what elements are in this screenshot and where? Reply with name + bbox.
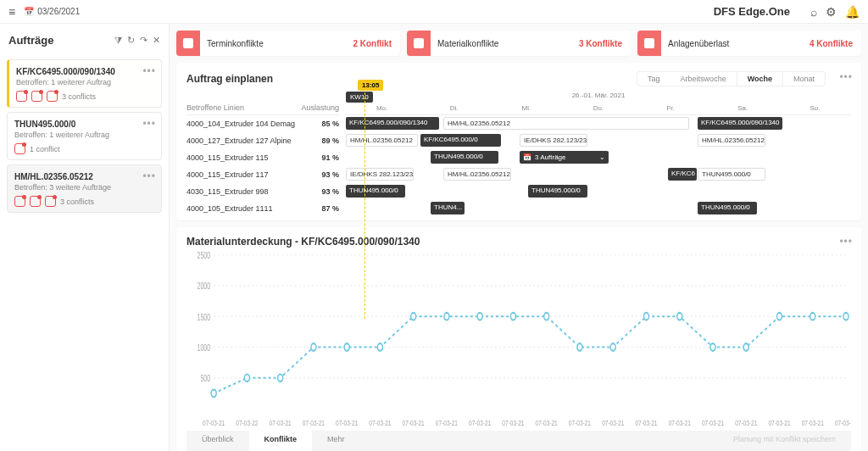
svg-text:2500: 2500 — [197, 251, 210, 261]
svg-text:07-03-21: 07-03-21 — [602, 419, 625, 427]
svg-text:07-03-21: 07-03-21 — [735, 419, 758, 427]
conflict-card[interactable]: Terminkonflikte 2 Konflikt — [176, 31, 400, 56]
conflict-card[interactable]: Materialkonflikte 3 Konflikte — [407, 31, 631, 56]
gantt-bar[interactable]: KF/KC6495.000/0 — [420, 134, 501, 147]
gantt-bar[interactable]: THUN495.000/0 — [698, 168, 765, 181]
refresh-icon[interactable]: ↻ — [127, 35, 135, 46]
search-icon[interactable]: ⌕ — [810, 5, 817, 19]
conflict-label: Materialkonflikte — [431, 39, 579, 48]
redo-icon[interactable]: ↷ — [140, 35, 147, 46]
view-tab[interactable]: Arbeitswoche — [670, 72, 737, 86]
card-more-icon[interactable]: ••• — [142, 118, 156, 130]
view-tab[interactable]: Monat — [783, 72, 825, 86]
gantt-bar[interactable]: HM/HL.02356.05212 — [698, 134, 765, 147]
svg-text:07-03-21: 07-03-21 — [768, 419, 791, 427]
order-card[interactable]: ••• HM/HL.02356.05212 Betroffen: 3 weite… — [7, 164, 162, 213]
line-row: 4000_127_Extruder 127 Alpine89 % — [186, 132, 339, 149]
svg-text:07-03-21: 07-03-21 — [569, 419, 592, 427]
svg-point-30 — [544, 313, 549, 320]
svg-text:500: 500 — [200, 374, 210, 384]
conflict-count: 4 Konflikte — [810, 39, 861, 48]
gantt-bar[interactable]: HM/HL.02356.05212 — [443, 168, 511, 181]
conflict-label: Anlagenüberlast — [661, 39, 810, 48]
gantt-bar[interactable]: HM/HL.02356.05212 — [443, 117, 689, 130]
gantt-bar[interactable]: IE/DHKS 282.123/23 — [520, 134, 587, 147]
gantt-bar[interactable]: KF/KC6 — [668, 168, 697, 181]
order-sub: Betroffen: 3 weitere Aufträge — [14, 183, 154, 192]
sidebar: Aufträge ⧩ ↻ ↷ ✕ ••• KF/KC6495.000/090/1… — [0, 24, 170, 451]
svg-text:07-03-21: 07-03-21 — [369, 419, 392, 427]
settings-icon[interactable]: ⚙ — [826, 5, 837, 19]
date-display[interactable]: 📅 03/26/2021 — [24, 7, 80, 16]
svg-text:2000: 2000 — [197, 281, 210, 292]
line-load: 93 % — [309, 170, 339, 179]
conflict-icon — [31, 91, 42, 102]
svg-point-20 — [377, 343, 382, 351]
conflict-type-icon — [176, 31, 200, 56]
gantt-bar[interactable]: THUN495.000/0 — [528, 185, 587, 198]
gantt-bar[interactable]: THUN495.000/0 — [346, 185, 405, 198]
gantt-bar[interactable]: THUN4... — [431, 202, 465, 214]
schedule-panel: ••• Auftrag einplanen TagArbeitswocheWoc… — [176, 63, 861, 220]
conflict-label: Terminkonflikte — [200, 39, 353, 48]
day-label: Do. — [562, 104, 634, 112]
gantt-row: THUN495.000/0📅3 Aufträge⌄ — [346, 149, 851, 166]
order-id: KF/KC6495.000/090/1340 — [16, 67, 154, 76]
gantt-bar[interactable]: KF/KC6495.000/090/1340 — [698, 117, 782, 130]
line-name: 4030_115_Extruder 998 — [186, 187, 309, 196]
line-row: 4000_115_Extruder 11591 % — [186, 149, 339, 166]
order-sub: Betroffen: 1 weiterer Auftrag — [16, 78, 154, 86]
conflict-type-icon — [407, 31, 431, 56]
footer-tabs: ÜberblickKonflikteMehrPlanung mit Konfli… — [186, 431, 851, 451]
svg-point-28 — [510, 313, 515, 320]
svg-point-24 — [444, 313, 449, 320]
filter-icon[interactable]: ⧩ — [114, 35, 122, 46]
view-tab[interactable]: Tag — [637, 72, 670, 86]
footer-tab[interactable]: Konflikte — [249, 431, 313, 451]
svg-text:07-03-21: 07-03-21 — [502, 419, 525, 427]
svg-point-34 — [610, 343, 615, 351]
close-icon[interactable]: ✕ — [153, 35, 160, 46]
gantt-bar[interactable]: THUN495.000/0 — [698, 202, 757, 214]
svg-text:07-03-21: 07-03-21 — [469, 419, 492, 427]
gantt-bar[interactable]: KF/KC6495.000/090/1340 — [346, 117, 439, 130]
selector-text: 3 Aufträge — [535, 153, 565, 161]
gantt-bar[interactable]: THUN495.000/0 — [431, 151, 498, 164]
line-row: 4000_115_Extruder 11793 % — [186, 166, 339, 183]
card-more-icon[interactable]: ••• — [142, 65, 156, 77]
conflict-icon — [14, 143, 25, 154]
conflict-icon — [16, 91, 27, 102]
save-plan-button[interactable]: Planung mit Konflikt speichern — [718, 431, 851, 451]
day-label: Sa. — [707, 104, 779, 112]
line-name: 4000_115_Extruder 117 — [186, 170, 309, 179]
view-tab[interactable]: Woche — [737, 72, 783, 86]
order-card[interactable]: ••• THUN495.000/0 Betroffen: 1 weiterer … — [7, 112, 162, 160]
line-name: 4000_105_Extruder 1111 — [186, 204, 309, 213]
svg-text:1000: 1000 — [197, 343, 210, 354]
footer-tab[interactable]: Mehr — [312, 431, 360, 451]
conflict-icon — [14, 196, 25, 207]
gantt-bar[interactable]: 📅3 Aufträge⌄ — [520, 151, 609, 164]
conflict-card[interactable]: Anlagenüberlast 4 Konflikte — [637, 31, 861, 56]
svg-text:07-03-22: 07-03-22 — [236, 419, 259, 427]
svg-point-14 — [278, 374, 283, 381]
svg-text:07-03-21: 07-03-21 — [303, 419, 326, 427]
date-text: 03/26/2021 — [37, 7, 80, 16]
menu-icon[interactable]: ≡ — [8, 5, 15, 19]
svg-point-16 — [311, 343, 316, 351]
bell-icon[interactable]: 🔔 — [845, 5, 860, 19]
gantt-bar[interactable]: IE/DHKS 282.123/23 — [346, 168, 414, 181]
gantt-bar[interactable]: HM/HL.02356.05212 — [346, 134, 418, 147]
chart-more-icon[interactable]: ••• — [839, 236, 853, 248]
line-load: 87 % — [309, 204, 339, 213]
svg-point-40 — [710, 343, 715, 351]
load-header: Auslastung — [301, 103, 339, 112]
svg-text:07-03-21: 07-03-21 — [203, 419, 225, 427]
schedule-more-icon[interactable]: ••• — [839, 71, 853, 83]
svg-text:07-03-21: 07-03-21 — [635, 419, 658, 427]
chart-title: Materialunterdeckung - KF/KC6495.000/090… — [186, 236, 851, 248]
footer-tab[interactable]: Überblick — [186, 431, 249, 451]
card-more-icon[interactable]: ••• — [142, 170, 156, 182]
order-card[interactable]: ••• KF/KC6495.000/090/1340 Betroffen: 1 … — [7, 59, 162, 108]
conflict-count: 3 conflicts — [60, 198, 94, 206]
